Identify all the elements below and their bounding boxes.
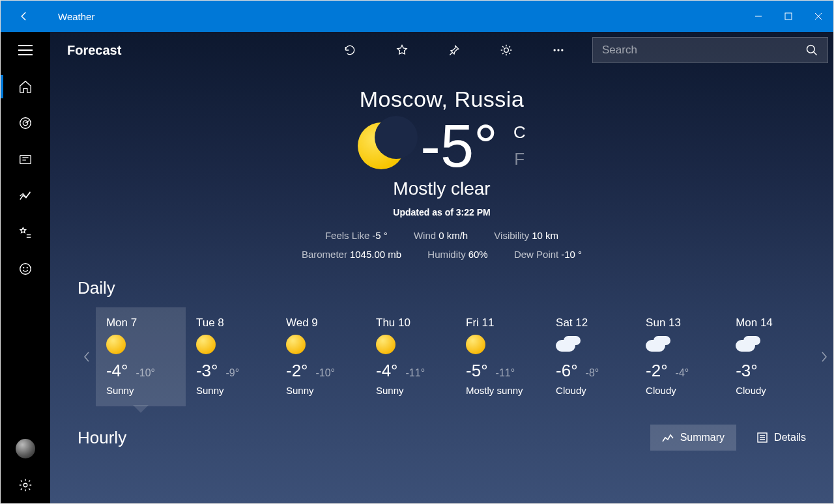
close-button[interactable] [803,1,833,32]
daily-card[interactable]: Thu 10-4°-11°Sunny [366,307,455,406]
daily-card[interactable]: Mon 14-3°Cloudy [725,307,815,406]
search-input[interactable] [602,44,805,57]
day-high: -6° [556,361,578,381]
summary-icon [662,432,674,443]
barometer-label: Barometer [302,249,347,260]
more-button[interactable] [532,32,584,68]
visibility-label: Visibility [494,230,529,241]
page-title: Forecast [67,43,121,58]
humidity-label: Humidity [427,249,465,260]
back-button[interactable] [8,1,40,32]
nav-news[interactable] [1,141,50,178]
day-condition: Sunny [196,385,265,396]
day-low: -11° [406,367,425,379]
favorite-button[interactable] [376,32,428,68]
window-title: Weather [40,11,94,22]
daily-card[interactable]: Tue 8-3°-9°Sunny [186,307,276,406]
day-high: -4° [106,361,128,381]
sunny-icon [106,335,126,354]
svg-point-5 [23,268,24,268]
app-window: Weather [0,0,834,504]
day-condition: Cloudy [646,385,715,396]
wind-value: 0 km/h [439,230,468,241]
content: Forecast [50,32,833,503]
day-label: Fri 11 [466,316,535,329]
day-high: -2° [646,361,668,381]
nav-forecast[interactable] [1,68,50,105]
daily-row: Mon 7-4°-10°SunnyTue 8-3°-9°SunnyWed 9-2… [78,307,833,406]
svg-point-10 [558,49,559,51]
day-condition: Cloudy [556,385,625,396]
hourly-title: Hourly [78,428,126,448]
day-condition: Cloudy [736,385,805,396]
pin-icon [447,44,461,57]
day-high: -2° [286,361,308,381]
location-name: Moscow, Russia [50,87,833,112]
svg-point-6 [27,268,27,268]
unit-fahrenheit[interactable]: F [513,149,526,169]
day-low: -10° [136,367,155,379]
chevron-right-icon [821,352,827,362]
nav-feedback[interactable] [1,251,50,287]
gear-icon [18,478,33,492]
unit-celsius[interactable]: C [513,122,526,143]
minimize-button[interactable] [743,1,773,32]
day-label: Tue 8 [196,316,265,329]
nav-favorites[interactable] [1,214,50,251]
cloudy-icon [556,335,575,354]
sunny-icon [376,335,395,354]
pin-button[interactable] [428,32,480,68]
chevron-left-icon [83,352,90,362]
daily-card[interactable]: Wed 9-2°-10°Sunny [276,307,366,406]
daily-card[interactable]: Sat 12-6°-8°Cloudy [545,307,635,406]
svg-point-7 [23,483,27,487]
day-label: Mon 14 [736,316,805,329]
news-icon [18,152,33,167]
svg-point-12 [807,46,815,53]
dewpoint-label: Dew Point [514,249,558,260]
daily-card[interactable]: Mon 7-4°-10°Sunny [96,307,186,406]
summary-button[interactable]: Summary [650,425,736,451]
day-low: -10° [315,367,335,379]
sidebar [1,32,50,503]
details-icon [757,432,768,443]
daily-title: Daily [78,278,833,298]
sunny-icon [196,335,216,354]
updated-time: Updated as of 3:22 PM [50,207,833,217]
day-condition: Sunny [286,385,355,396]
details-button[interactable]: Details [745,425,818,451]
dewpoint-value: -10 ° [561,249,582,260]
day-label: Mon 7 [106,316,175,329]
day-low: -4° [676,367,689,379]
svg-point-11 [562,49,563,51]
daily-card[interactable]: Sun 13-2°-4°Cloudy [635,307,725,406]
refresh-button[interactable] [324,32,376,68]
visibility-value: 10 km [532,230,558,241]
day-label: Sun 13 [646,316,715,329]
toolbar: Forecast [50,32,833,68]
hamburger-button[interactable] [1,32,50,68]
brightness-button[interactable] [480,32,532,68]
day-high: -3° [736,361,758,381]
svg-point-4 [20,264,31,275]
sunny-icon [286,335,306,354]
hourly-section: Hourly Summary Details [50,406,833,451]
daily-prev-button[interactable] [78,307,96,406]
summary-label: Summary [680,432,725,443]
radar-icon [18,116,33,130]
daily-section: Daily Mon 7-4°-10°SunnyTue 8-3°-9°SunnyW… [50,264,833,406]
cloudy-icon [736,335,755,354]
daily-card[interactable]: Fri 11-5°-11°Mostly sunny [455,307,545,406]
daily-next-button[interactable] [815,307,833,406]
maximize-button[interactable] [773,1,803,32]
star-icon [395,44,409,57]
nav-settings[interactable] [1,467,50,503]
humidity-value: 60% [468,249,488,260]
nav-account[interactable] [1,430,50,467]
feels-like-value: -5 ° [372,230,388,241]
nav-historical[interactable] [1,178,50,214]
search-box[interactable] [592,37,828,63]
refresh-icon [343,44,356,57]
nav-maps[interactable] [1,105,50,141]
current-temperature: -5° [420,116,498,176]
